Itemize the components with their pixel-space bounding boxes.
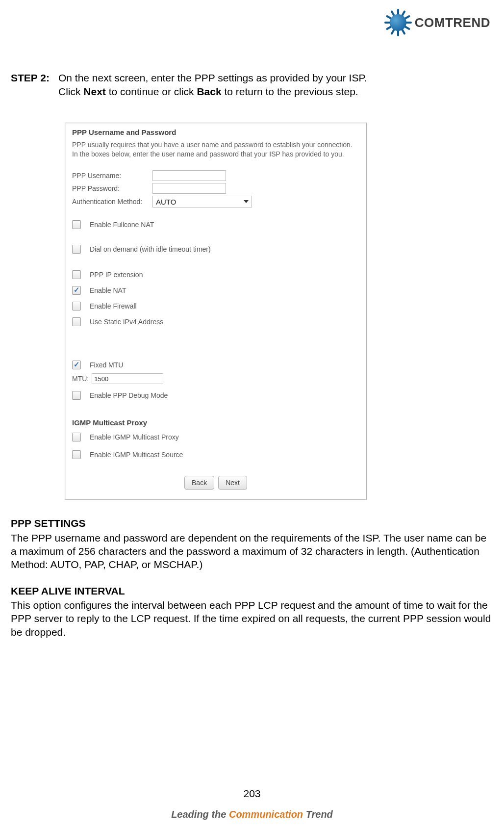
step-next-word: Next: [83, 86, 106, 97]
username-input[interactable]: [152, 170, 226, 181]
step-instruction: STEP 2: On the next screen, enter the PP…: [11, 71, 493, 99]
enable-nat-checkbox[interactable]: [72, 286, 81, 295]
dial-on-demand-label: Dial on demand (with idle timeout timer): [90, 245, 211, 253]
enable-firewall-label: Enable Firewall: [90, 302, 137, 310]
brand-logo: COMTREND: [384, 9, 490, 36]
ppp-debug-label: Enable PPP Debug Mode: [90, 391, 168, 399]
enable-firewall-checkbox[interactable]: [72, 302, 81, 311]
igmp-proxy-checkbox[interactable]: [72, 433, 81, 441]
auth-select[interactable]: AUTO: [152, 196, 252, 207]
back-button[interactable]: Back: [184, 476, 214, 490]
ppp-settings-body: The PPP username and password are depend…: [11, 531, 493, 571]
page-number: 203: [0, 788, 504, 800]
igmp-section-title: IGMP Multicast Proxy: [72, 418, 359, 427]
username-label: PPP Username:: [72, 172, 149, 180]
tagline-b: Communication: [229, 809, 303, 820]
dialog-title: PPP Username and Password: [72, 128, 359, 136]
auth-label: Authentication Method:: [72, 198, 149, 206]
enable-nat-label: Enable NAT: [90, 286, 126, 294]
step-back-word: Back: [197, 86, 221, 97]
step-label: STEP 2:: [11, 71, 50, 99]
keep-alive-heading: KEEP ALIVE INTERVAL: [11, 584, 493, 597]
tagline-a: Leading the: [171, 809, 229, 820]
password-input[interactable]: [152, 183, 226, 194]
static-ipv4-label: Use Static IPv4 Address: [90, 318, 163, 326]
mtu-input[interactable]: [92, 373, 163, 384]
fixed-mtu-checkbox[interactable]: [72, 361, 81, 369]
step-line2-c: to continue or click: [106, 86, 197, 97]
dialog-description: PPP usually requires that you have a use…: [72, 140, 359, 159]
dial-on-demand-checkbox[interactable]: [72, 245, 81, 254]
chevron-down-icon: [244, 200, 249, 203]
ppp-settings-heading: PPP SETTINGS: [11, 517, 493, 530]
brand-name: COMTREND: [415, 15, 490, 30]
step-text: On the next screen, enter the PPP settin…: [58, 71, 367, 99]
password-label: PPP Password:: [72, 184, 149, 192]
step-line2-e: to return to the previous step.: [222, 86, 358, 97]
ppp-ip-ext-label: PPP IP extension: [90, 271, 143, 279]
static-ipv4-checkbox[interactable]: [72, 317, 81, 326]
fixed-mtu-label: Fixed MTU: [90, 361, 123, 369]
fullcone-nat-checkbox[interactable]: [72, 220, 81, 229]
auth-value: AUTO: [156, 198, 176, 206]
fullcone-nat-label: Enable Fullcone NAT: [90, 221, 154, 229]
tagline-c: Trend: [303, 809, 333, 820]
mtu-field-label: MTU:: [72, 375, 89, 383]
ppp-ip-ext-checkbox[interactable]: [72, 270, 81, 279]
ppp-dialog: PPP Username and Password PPP usually re…: [65, 123, 367, 500]
ppp-debug-checkbox[interactable]: [72, 391, 81, 400]
step-line1: On the next screen, enter the PPP settin…: [58, 72, 367, 83]
igmp-proxy-label: Enable IGMP Multicast Proxy: [90, 433, 179, 441]
next-button[interactable]: Next: [218, 476, 247, 490]
brand-logo-mark: [384, 9, 412, 36]
keep-alive-body: This option configures the interval betw…: [11, 598, 493, 639]
footer-tagline: Leading the Communication Trend: [0, 809, 504, 820]
step-line2-a: Click: [58, 86, 83, 97]
igmp-source-label: Enable IGMP Multicast Source: [90, 451, 183, 459]
igmp-source-checkbox[interactable]: [72, 450, 81, 459]
